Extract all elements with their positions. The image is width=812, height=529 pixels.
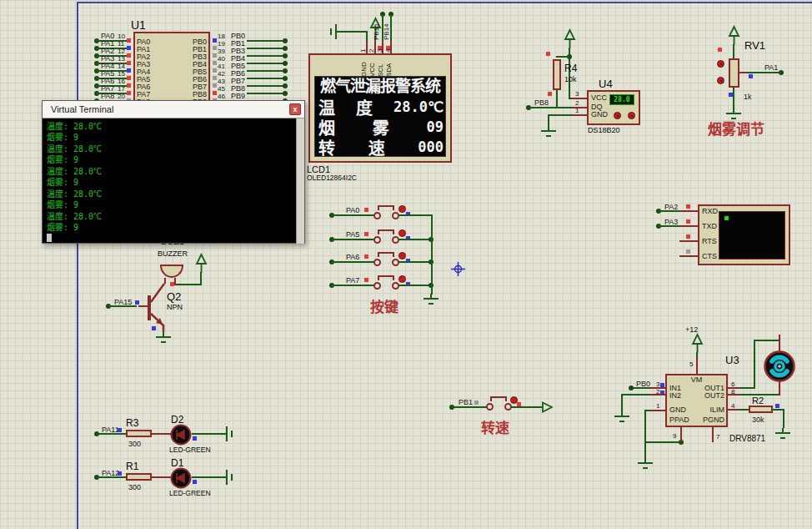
wire	[644, 441, 646, 458]
pin-number: 1	[575, 108, 579, 114]
wire	[621, 394, 623, 411]
chip-pin-name: TXD	[702, 223, 717, 230]
pin-state-indicator	[127, 68, 131, 73]
key-pa6-button[interactable]	[398, 252, 406, 259]
key-pa7-button[interactable]	[398, 275, 406, 283]
key-pa5-button[interactable]	[398, 229, 406, 237]
smoke-adjust-caption: 烟雾调节	[708, 123, 764, 138]
rv1-value: 1k	[744, 93, 752, 101]
pin-number: 1	[656, 403, 659, 410]
junction-dot	[283, 38, 288, 43]
wire	[332, 261, 377, 263]
pin-state-indicator	[213, 83, 217, 88]
pin-state-indicator	[775, 404, 779, 408]
pin-stub	[728, 394, 740, 395]
junction-dot	[283, 76, 288, 81]
terminal-title: Virtual Terminal	[51, 104, 113, 114]
rv1-down-button[interactable]	[717, 77, 724, 84]
lcd-part: OLED12864I2C	[307, 174, 357, 182]
terminal-titlebar[interactable]: Virtual Terminal x	[43, 101, 304, 118]
chip-pin-name: GND	[591, 111, 608, 118]
pin-state-indicator	[193, 436, 197, 441]
junction-dot	[283, 91, 288, 96]
pin-number: 9	[673, 433, 676, 440]
temp-down-button[interactable]	[628, 112, 635, 119]
close-icon[interactable]: x	[289, 103, 301, 115]
pin-stub	[572, 107, 587, 108]
pin-number: 3	[377, 43, 383, 53]
wire	[176, 284, 202, 285]
pin-stub	[572, 98, 587, 99]
wire	[332, 214, 377, 216]
rv1-up-button[interactable]	[717, 60, 724, 68]
wire	[247, 40, 285, 42]
temperature-display: 28.0	[609, 94, 634, 105]
pin-number: 12	[118, 48, 125, 55]
led-icon	[170, 467, 192, 489]
lcd-row-label2: 度	[356, 95, 373, 119]
pin-stub	[679, 210, 698, 212]
terminal-cursor	[47, 234, 52, 242]
wire	[398, 214, 433, 216]
net-label: PA0	[346, 207, 359, 214]
key-cap	[378, 275, 394, 280]
chip-pin-name: SDA	[386, 57, 393, 77]
pin-state-indicator	[718, 48, 722, 52]
ground-icon	[222, 468, 234, 486]
power-icon	[727, 24, 741, 46]
junction-dot	[283, 53, 288, 58]
pin-number: 16	[118, 78, 125, 85]
rv1-body	[729, 58, 739, 88]
pin-state-indicator	[686, 204, 690, 209]
ground-icon	[636, 458, 654, 471]
key-cap	[378, 229, 394, 234]
chip-pin-name: RTS	[702, 238, 717, 245]
wire	[739, 409, 749, 411]
pin-number: 5	[689, 361, 693, 368]
terminal-line: 烟雾: 9	[47, 223, 78, 232]
pin-number: 15	[118, 71, 125, 78]
terminal-line: 温度: 28.0℃	[47, 167, 102, 176]
chip-pin-name: OUT2	[694, 392, 724, 400]
terminal-line: 烟雾: 9	[47, 200, 78, 209]
pin-number: 2	[368, 43, 375, 53]
terminal-scrollbar[interactable]	[296, 118, 304, 244]
pin-number: 40	[218, 56, 225, 63]
pin-number: 46	[218, 93, 225, 100]
wire	[247, 48, 285, 49]
r3-resistor	[126, 430, 152, 437]
u4-ref: U4	[599, 78, 613, 89]
lcd-row: 温度28.0℃	[318, 97, 444, 117]
junction-dot	[779, 70, 784, 75]
pin-state-indicator	[127, 38, 131, 43]
net-label: PB9	[231, 93, 245, 100]
wire	[621, 394, 650, 395]
d1-part: LED-GREEN	[169, 490, 211, 497]
chip-pin-name: PGND	[694, 416, 724, 424]
pin-state-indicator	[135, 300, 139, 305]
ground-icon	[154, 332, 173, 345]
net-label: PA5	[346, 231, 359, 239]
pin-state-indicator	[364, 278, 368, 282]
rv1-ref: RV1	[744, 40, 765, 51]
r4-resistor	[553, 59, 561, 90]
key-cap	[490, 396, 507, 401]
pin-stub	[696, 359, 698, 374]
schematic-canvas[interactable]: U1 PA010PA0 PA111PA1 PA212PA2 PA313PA3 P…	[0, 0, 812, 529]
wire	[556, 56, 569, 58]
pin-state-indicator	[364, 232, 368, 236]
pin-number: 19	[218, 41, 225, 48]
pin-state-indicator	[364, 254, 368, 259]
wire	[398, 285, 433, 286]
pin-number: 20	[118, 93, 125, 100]
lcd-row-value: 09	[427, 118, 444, 135]
key-pa0-button[interactable]	[398, 205, 406, 213]
net-label: PA2	[664, 204, 678, 211]
pin-number: 11	[118, 41, 124, 48]
temp-up-button[interactable]	[614, 112, 621, 119]
pin-state-indicator	[118, 428, 122, 432]
virtual-terminal-window[interactable]: Virtual Terminal x 温度: 28.0℃ 烟雾: 9 温度: 2…	[42, 100, 305, 244]
q2-part: NPN	[167, 304, 183, 311]
pin-number: 1	[360, 43, 367, 53]
pin-state-indicator	[364, 208, 368, 212]
